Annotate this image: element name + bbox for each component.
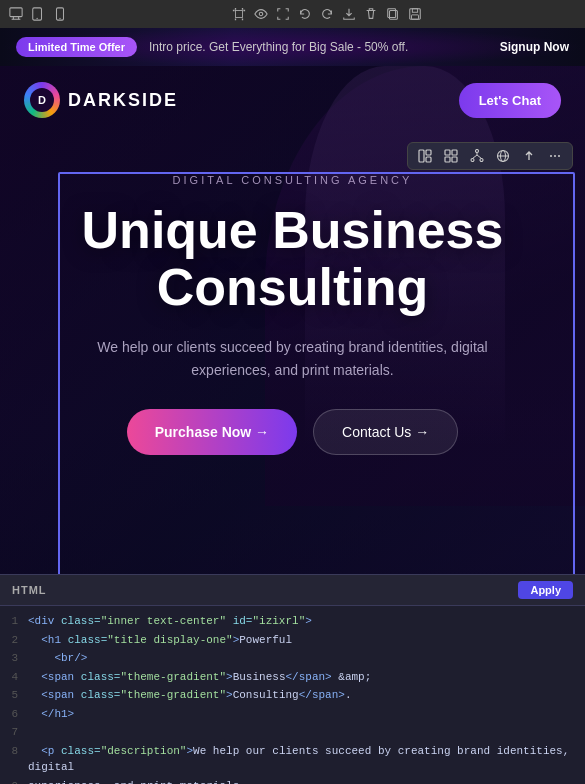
code-editor-panel: HTML Apply 1 <div class="inner text-cent…	[0, 574, 585, 784]
svg-rect-16	[426, 150, 431, 155]
code-language-label: HTML	[12, 584, 47, 596]
svg-point-33	[558, 155, 560, 157]
hero-title: Unique Business Consulting	[30, 202, 555, 316]
os-center-icons	[76, 6, 577, 22]
code-line-9: 9 experiences, and print materials.	[0, 777, 585, 785]
svg-rect-0	[10, 8, 22, 17]
code-line-2: 2 <h1 class="title display-one">Powerful	[0, 631, 585, 650]
svg-point-23	[471, 159, 474, 162]
nav-cta-button[interactable]: Let's Chat	[459, 83, 561, 118]
hero-section: DIGITAL CONSULTING AGENCY Unique Busines…	[0, 134, 585, 475]
trash-icon[interactable]	[363, 6, 379, 22]
svg-rect-18	[445, 150, 450, 155]
code-line-4: 4 <span class="theme-gradient">Business<…	[0, 668, 585, 687]
hero-title-line1: Unique Business	[82, 201, 504, 259]
eye-icon[interactable]	[253, 6, 269, 22]
os-left-icons	[8, 6, 68, 22]
svg-point-5	[36, 18, 37, 19]
hero-subtitle: DIGITAL CONSULTING AGENCY	[30, 174, 555, 186]
svg-line-26	[473, 155, 478, 159]
layout-icon[interactable]	[416, 147, 434, 165]
undo-icon[interactable]	[297, 6, 313, 22]
more-icon[interactable]	[546, 147, 564, 165]
svg-rect-8	[235, 11, 242, 18]
arrow-up-icon[interactable]	[520, 147, 538, 165]
frame-icon[interactable]	[231, 6, 247, 22]
hero-title-line2: Consulting	[157, 258, 429, 316]
save-icon[interactable]	[407, 6, 423, 22]
svg-point-31	[550, 155, 552, 157]
svg-rect-19	[452, 150, 457, 155]
monitor-icon[interactable]	[8, 6, 24, 22]
logo-icon: D	[24, 82, 60, 118]
code-apply-button[interactable]: Apply	[518, 581, 573, 599]
svg-point-22	[476, 150, 479, 153]
svg-rect-20	[445, 157, 450, 162]
promo-badge[interactable]: Limited Time Offer	[16, 37, 137, 57]
svg-point-9	[259, 12, 263, 16]
svg-line-27	[477, 155, 482, 159]
expand-icon[interactable]	[275, 6, 291, 22]
download-icon[interactable]	[341, 6, 357, 22]
copy-icon[interactable]	[385, 6, 401, 22]
svg-rect-17	[426, 157, 431, 162]
grid-icon[interactable]	[442, 147, 460, 165]
code-line-3: 3 <br/>	[0, 649, 585, 668]
code-line-5: 5 <span class="theme-gradient">Consultin…	[0, 686, 585, 705]
tablet-icon[interactable]	[30, 6, 46, 22]
selection-toolbar	[407, 142, 573, 170]
code-panel-header: HTML Apply	[0, 575, 585, 606]
svg-point-7	[59, 18, 60, 19]
hierarchy-icon[interactable]	[468, 147, 486, 165]
svg-point-24	[480, 159, 483, 162]
promo-text: Intro price. Get Everything for Big Sale…	[149, 40, 408, 54]
redo-icon[interactable]	[319, 6, 335, 22]
contact-us-button[interactable]: Contact Us →	[313, 409, 458, 455]
svg-point-32	[554, 155, 556, 157]
hero-cta-group: Purchase Now → Contact Us →	[30, 409, 555, 455]
logo-text: DARKSIDE	[68, 90, 178, 111]
svg-rect-14	[411, 15, 418, 19]
svg-rect-21	[452, 157, 457, 162]
website-preview: D DARKSIDE Let's Chat DIGITAL CONSULTING…	[0, 66, 585, 784]
phone-icon[interactable]	[52, 6, 68, 22]
logo-letter: D	[30, 88, 54, 112]
promo-banner: Limited Time Offer Intro price. Get Ever…	[0, 28, 585, 66]
os-toolbar	[0, 0, 585, 28]
code-body[interactable]: 1 <div class="inner text-center" id="izi…	[0, 606, 585, 784]
svg-rect-15	[419, 150, 424, 162]
code-line-7: 7	[0, 723, 585, 742]
site-logo: D DARKSIDE	[24, 82, 178, 118]
code-line-8: 8 <p class="description">We help our cli…	[0, 742, 585, 777]
hero-description: We help our clients succeed by creating …	[93, 336, 493, 381]
code-line-1: 1 <div class="inner text-center" id="izi…	[0, 612, 585, 631]
purchase-now-button[interactable]: Purchase Now →	[127, 409, 297, 455]
code-line-6: 6 </h1>	[0, 705, 585, 724]
globe-icon[interactable]	[494, 147, 512, 165]
site-navigation: D DARKSIDE Let's Chat	[0, 66, 585, 134]
promo-cta[interactable]: Signup Now	[500, 40, 569, 54]
